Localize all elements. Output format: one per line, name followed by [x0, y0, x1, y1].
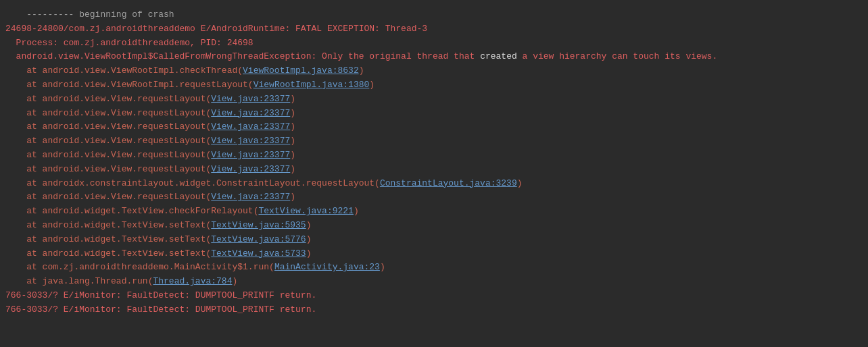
stack-line-12: at android.widget.TextView.setText(TextV…: [0, 219, 868, 233]
stack-line-2: at android.view.ViewRootImpl.requestLayo…: [0, 78, 868, 92]
stack-line-1: at android.view.ViewRootImpl.checkThread…: [0, 64, 868, 78]
stack-line-5: at android.view.View.requestLayout(View.…: [0, 120, 868, 134]
stack-line-9: at androidx.constraintlayout.widget.Cons…: [0, 177, 868, 191]
separator-line: --------- beginning of crash: [0, 8, 868, 22]
stack-line-7: at android.view.View.requestLayout(View.…: [0, 149, 868, 163]
fatal-exception-line: 24698-24800/com.zj.androidthreaddemo E/A…: [0, 22, 868, 36]
stack-line-3: at android.view.View.requestLayout(View.…: [0, 92, 868, 107]
stack-line-10: at android.view.View.requestLayout(View.…: [0, 190, 868, 205]
process-line: Process: com.zj.androidthreaddemo, PID: …: [0, 36, 868, 51]
monitor-line-2: 766-3033/? E/iMonitor: FaultDetect: DUMP…: [0, 303, 868, 317]
stack-line-6: at android.view.View.requestLayout(View.…: [0, 134, 868, 149]
stack-line-14: at android.widget.TextView.setText(TextV…: [0, 247, 868, 261]
stack-line-4: at android.view.View.requestLayout(View.…: [0, 107, 868, 121]
stack-line-13: at android.widget.TextView.setText(TextV…: [0, 233, 868, 247]
stack-line-16: at java.lang.Thread.run(Thread.java:784): [0, 275, 868, 289]
stack-line-11: at android.widget.TextView.checkForRelay…: [0, 205, 868, 219]
stack-line-8: at android.view.View.requestLayout(View.…: [0, 163, 868, 177]
log-container: --------- beginning of crash 24698-24800…: [0, 5, 868, 320]
exception-line: android.view.ViewRootImpl$CalledFromWron…: [0, 50, 868, 64]
stack-line-15: at com.zj.androidthreaddemo.MainActivity…: [0, 261, 868, 275]
monitor-line-1: 766-3033/? E/iMonitor: FaultDetect: DUMP…: [0, 289, 868, 303]
